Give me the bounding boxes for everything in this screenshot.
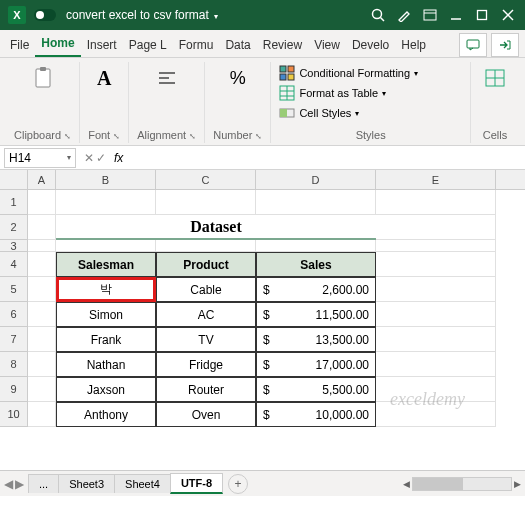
cell[interactable]: Fridge: [156, 352, 256, 377]
excel-app-icon[interactable]: X: [4, 3, 30, 27]
sheet-nav-prev-icon[interactable]: ◀: [4, 477, 13, 491]
row-header[interactable]: 2: [0, 215, 28, 240]
alignment-button[interactable]: [151, 64, 183, 92]
cell[interactable]: [56, 190, 156, 215]
tab-help[interactable]: Help: [395, 33, 432, 57]
scroll-right-icon[interactable]: ▶: [514, 479, 521, 489]
row-header[interactable]: 4: [0, 252, 28, 277]
cell[interactable]: [28, 215, 56, 240]
cell[interactable]: $5,500.00: [256, 377, 376, 402]
sheet-tab-sheet4[interactable]: Sheet4: [114, 474, 171, 493]
cells-button[interactable]: [479, 64, 511, 92]
cell[interactable]: [28, 277, 56, 302]
cell[interactable]: [28, 402, 56, 427]
paste-button[interactable]: [27, 64, 59, 92]
select-all-corner[interactable]: [0, 170, 28, 189]
close-icon[interactable]: [495, 3, 521, 27]
cell[interactable]: Router: [156, 377, 256, 402]
cell[interactable]: [376, 352, 496, 377]
fx-icon[interactable]: fx: [110, 151, 127, 165]
cell[interactable]: [28, 377, 56, 402]
conditional-formatting-button[interactable]: Conditional Formatting ▾: [279, 64, 418, 82]
row-header[interactable]: 8: [0, 352, 28, 377]
col-header-e[interactable]: E: [376, 170, 496, 189]
cell[interactable]: [256, 240, 376, 252]
cell[interactable]: [376, 252, 496, 277]
ribbon-options-icon[interactable]: [417, 3, 443, 27]
formula-input[interactable]: [127, 148, 525, 168]
cell[interactable]: [256, 190, 376, 215]
cell[interactable]: Anthony: [56, 402, 156, 427]
cell[interactable]: [28, 327, 56, 352]
tab-file[interactable]: File: [4, 33, 35, 57]
cell[interactable]: Jaxson: [56, 377, 156, 402]
sheet-tab-sheet3[interactable]: Sheet3: [58, 474, 115, 493]
col-header-c[interactable]: C: [156, 170, 256, 189]
cell[interactable]: [376, 377, 496, 402]
cell[interactable]: [376, 190, 496, 215]
row-header[interactable]: 1: [0, 190, 28, 215]
tab-data[interactable]: Data: [219, 33, 256, 57]
name-box[interactable]: H14 ▾: [4, 148, 76, 168]
search-icon[interactable]: [365, 3, 391, 27]
col-header-b[interactable]: B: [56, 170, 156, 189]
add-sheet-button[interactable]: +: [228, 474, 248, 494]
cell[interactable]: [376, 302, 496, 327]
row-header[interactable]: 10: [0, 402, 28, 427]
cell-styles-button[interactable]: Cell Styles ▾: [279, 104, 359, 122]
sheet-tab-active[interactable]: UTF-8: [170, 473, 223, 494]
tab-home[interactable]: Home: [35, 31, 80, 57]
cell[interactable]: Product: [156, 252, 256, 277]
cell[interactable]: 박: [56, 277, 156, 302]
cell[interactable]: Sales: [256, 252, 376, 277]
cell[interactable]: [376, 240, 496, 252]
cell[interactable]: $17,000.00: [256, 352, 376, 377]
draw-icon[interactable]: [391, 3, 417, 27]
cell[interactable]: Cable: [156, 277, 256, 302]
font-button[interactable]: A: [88, 64, 120, 92]
tab-insert[interactable]: Insert: [81, 33, 123, 57]
autosave-toggle[interactable]: [32, 3, 58, 27]
cell[interactable]: [28, 302, 56, 327]
cell[interactable]: Nathan: [56, 352, 156, 377]
cell[interactable]: [156, 240, 256, 252]
tab-formulas[interactable]: Formu: [173, 33, 220, 57]
tab-review[interactable]: Review: [257, 33, 308, 57]
cell[interactable]: [56, 240, 156, 252]
cell[interactable]: $11,500.00: [256, 302, 376, 327]
cell[interactable]: Salesman: [56, 252, 156, 277]
cell[interactable]: TV: [156, 327, 256, 352]
format-as-table-button[interactable]: Format as Table ▾: [279, 84, 386, 102]
col-header-d[interactable]: D: [256, 170, 376, 189]
row-header[interactable]: 3: [0, 240, 28, 252]
row-header[interactable]: 6: [0, 302, 28, 327]
cell[interactable]: [376, 277, 496, 302]
maximize-icon[interactable]: [469, 3, 495, 27]
cell[interactable]: [376, 215, 496, 240]
scroll-left-icon[interactable]: ◀: [403, 479, 410, 489]
cell[interactable]: $13,500.00: [256, 327, 376, 352]
cell[interactable]: [28, 252, 56, 277]
tab-developer[interactable]: Develo: [346, 33, 395, 57]
row-header[interactable]: 9: [0, 377, 28, 402]
col-header-a[interactable]: A: [28, 170, 56, 189]
minimize-icon[interactable]: [443, 3, 469, 27]
cell[interactable]: Simon: [56, 302, 156, 327]
tab-view[interactable]: View: [308, 33, 346, 57]
tab-page-layout[interactable]: Page L: [123, 33, 173, 57]
cancel-formula-icon[interactable]: ✕: [84, 151, 94, 165]
cell[interactable]: [28, 352, 56, 377]
sheet-area[interactable]: A B C D E 12Dataset34SalesmanProductSale…: [0, 170, 525, 470]
sheet-tab-more[interactable]: ...: [28, 474, 59, 493]
cell[interactable]: AC: [156, 302, 256, 327]
sheet-nav-next-icon[interactable]: ▶: [15, 477, 24, 491]
row-header[interactable]: 7: [0, 327, 28, 352]
row-header[interactable]: 5: [0, 277, 28, 302]
share-icon[interactable]: [491, 33, 519, 57]
accept-formula-icon[interactable]: ✓: [96, 151, 106, 165]
comments-icon[interactable]: [459, 33, 487, 57]
cell[interactable]: $10,000.00: [256, 402, 376, 427]
number-button[interactable]: %: [222, 64, 254, 92]
cell[interactable]: Oven: [156, 402, 256, 427]
cell[interactable]: Frank: [56, 327, 156, 352]
